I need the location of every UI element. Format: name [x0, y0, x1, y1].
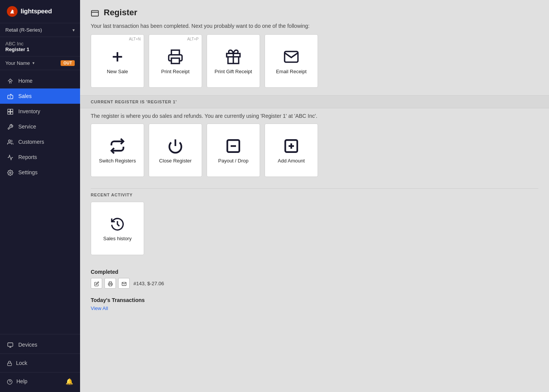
svg-point-8 [8, 140, 10, 142]
sidebar-item-inventory-label: Inventory [18, 108, 40, 114]
edit-transaction-button[interactable] [91, 278, 102, 289]
svg-rect-5 [11, 109, 13, 111]
print-receipt-label: Print Receipt [161, 69, 189, 74]
svg-rect-7 [11, 112, 13, 114]
user-chevron-icon: ▾ [32, 61, 35, 66]
pencil-icon [94, 280, 99, 286]
sidebar-item-settings[interactable]: Settings [0, 165, 80, 180]
email-small-icon [122, 280, 127, 286]
sidebar-item-reports[interactable]: Reports [0, 149, 80, 165]
service-icon [7, 123, 14, 130]
print-gift-receipt-label: Print Gift Receipt [215, 69, 252, 74]
svg-rect-29 [109, 284, 112, 286]
close-register-card[interactable]: Close Register [149, 124, 202, 177]
notification-bell-icon[interactable]: 🔔 [66, 378, 73, 385]
print-transaction-button[interactable] [104, 278, 116, 289]
payout-drop-card[interactable]: Payout / Drop [207, 124, 260, 177]
sidebar-item-home-label: Home [18, 78, 32, 84]
print-small-icon [108, 280, 113, 286]
email-transaction-button[interactable] [118, 278, 130, 289]
svg-rect-20 [172, 58, 180, 63]
register-company: ABC Inc [5, 41, 75, 47]
out-badge: OUT [61, 60, 75, 66]
sidebar-item-inventory[interactable]: Inventory [0, 104, 80, 119]
chevron-down-icon: ▾ [72, 27, 75, 33]
new-sale-label: New Sale [107, 69, 128, 74]
plus-icon [109, 48, 125, 64]
sidebar-item-devices[interactable]: Devices [0, 337, 80, 352]
switch-registers-card[interactable]: Switch Registers [91, 124, 144, 177]
recent-activity-section: RECENT ACTIVITY Sales history [80, 188, 549, 263]
completed-title: Completed [91, 269, 538, 275]
svg-rect-6 [8, 112, 10, 114]
svg-rect-16 [92, 10, 98, 16]
sidebar-item-home[interactable]: Home [0, 73, 80, 88]
print-gift-receipt-card[interactable]: Print Gift Receipt [207, 34, 260, 88]
transaction-info: #143, $-27.06 [133, 281, 164, 286]
sidebar-item-reports-label: Reports [18, 154, 37, 160]
print-receipt-shortcut: ALT+P [187, 37, 199, 41]
register-section-header: CURRENT REGISTER IS 'REGISTER 1' [80, 95, 549, 108]
page-title: Register [104, 8, 137, 18]
help-icon [7, 378, 13, 385]
register-section-desc: The register is where you do sales and r… [80, 108, 549, 124]
today-transactions-title: Today's Transactions [91, 297, 538, 303]
register-section-label: CURRENT REGISTER IS 'REGISTER 1' [91, 100, 177, 104]
help-button[interactable]: Help [7, 378, 27, 385]
sidebar-nav: Home Sales Inventory [0, 70, 80, 334]
sidebar-item-customers[interactable]: Customers [0, 134, 80, 149]
sales-history-label: Sales history [103, 236, 132, 241]
inventory-icon [7, 108, 14, 115]
svg-point-9 [10, 172, 11, 174]
recent-activity-grid: Sales history [91, 202, 538, 263]
print-receipt-card[interactable]: ALT+P Print Receipt [149, 34, 202, 88]
payout-drop-label: Payout / Drop [218, 158, 249, 164]
last-transaction-text: Your last transaction has been completed… [91, 23, 538, 29]
lock-button[interactable]: Lock [0, 355, 80, 371]
switch-icon [109, 137, 125, 154]
email-receipt-label: Email Receipt [276, 69, 307, 74]
minus-box-icon [225, 137, 241, 154]
sidebar-item-customers-label: Customers [18, 139, 44, 145]
sales-icon [7, 93, 14, 100]
close-register-label: Close Register [159, 158, 191, 164]
store-selector[interactable]: Retail (R-Series) ▾ [0, 23, 80, 37]
history-icon [110, 215, 125, 232]
lock-icon [7, 360, 12, 366]
power-icon [167, 137, 183, 154]
sidebar-item-settings-label: Settings [18, 169, 38, 175]
recent-activity-title: RECENT ACTIVITY [91, 188, 538, 202]
switch-registers-label: Switch Registers [99, 158, 136, 164]
sidebar-item-service-label: Service [18, 124, 36, 130]
svg-rect-4 [8, 109, 10, 111]
add-amount-card[interactable]: Add Amount [265, 124, 318, 177]
sidebar: lightspeed Retail (R-Series) ▾ ABC Inc R… [0, 0, 80, 392]
gift-icon [225, 48, 241, 64]
register-desc-text: The register is where you do sales and r… [91, 113, 317, 119]
user-name-label: Your Name [5, 60, 30, 66]
logo-text: lightspeed [21, 8, 52, 15]
sidebar-item-sales-label: Sales [18, 93, 32, 99]
lightspeed-logo-icon [7, 6, 18, 17]
quick-actions-grid: ALT+N New Sale ALT+P Print Receipt [80, 34, 549, 95]
last-transaction-banner: Your last transaction has been completed… [80, 23, 549, 34]
register-info: ABC Inc Register 1 [0, 37, 80, 56]
email-receipt-card[interactable]: Email Receipt [265, 34, 318, 88]
sidebar-item-service[interactable]: Service [0, 119, 80, 134]
new-sale-card[interactable]: ALT+N New Sale [91, 34, 144, 88]
completed-row: #143, $-27.06 [91, 278, 538, 289]
print-icon [167, 48, 183, 64]
store-selector-label: Retail (R-Series) [5, 27, 42, 33]
add-amount-label: Add Amount [278, 158, 305, 164]
user-name-button[interactable]: Your Name ▾ [5, 60, 35, 66]
register-name: Register 1 [5, 47, 75, 52]
devices-icon [7, 341, 14, 348]
view-all-link[interactable]: View All [91, 305, 108, 311]
sidebar-item-devices-label: Devices [18, 342, 37, 348]
new-sale-shortcut: ALT+N [129, 37, 141, 41]
plus-circle-icon [283, 137, 299, 154]
sales-history-card[interactable]: Sales history [91, 202, 144, 255]
logo-area: lightspeed [0, 0, 80, 23]
register-actions-grid: Switch Registers Close Register Payout /… [80, 124, 549, 185]
sidebar-item-sales[interactable]: Sales [0, 88, 80, 104]
